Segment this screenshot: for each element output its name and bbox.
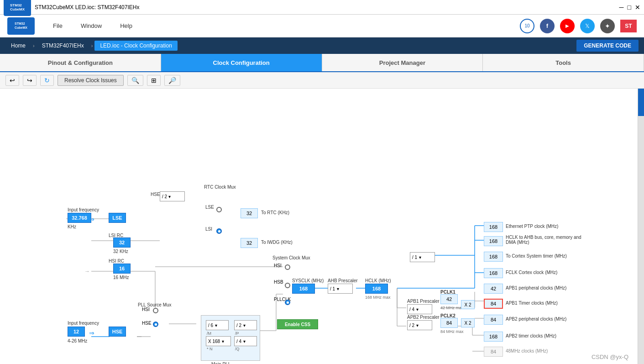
main-pll-block: / 6▾ /M X 168▾ * N / 2▾ /P / 4▾ /Q <box>201 315 260 361</box>
menu-window[interactable]: Window <box>81 22 102 29</box>
undo-button[interactable]: ↩ <box>5 75 19 86</box>
hclk-value[interactable]: 168 <box>365 284 388 294</box>
lse-box[interactable]: LSE <box>109 213 126 223</box>
pclk1-value: 42 <box>440 294 458 304</box>
minimize-btn[interactable]: ─ <box>619 4 624 11</box>
pll-mult-n[interactable]: X 168▾ <box>206 336 231 346</box>
apb2-periph-label: APB2 peripheral clocks (MHz) <box>506 317 566 322</box>
to-rtc-label: To RTC (KHz) <box>261 210 289 215</box>
cortex-timer-label: To Cortex System timer (MHz) <box>506 253 567 258</box>
radio-pllclk[interactable] <box>285 300 290 305</box>
lse-value-box[interactable]: 32.768 <box>68 213 91 223</box>
window-title: STM32CubeMX LED.ioc: STM32F407IEHx <box>35 4 139 11</box>
radio-hse-sys[interactable] <box>285 283 290 288</box>
breadcrumb: Home › STM32F407IEHx › LED.ioc - Clock C… <box>0 37 644 54</box>
lsi-label: 32 KHz <box>113 249 128 254</box>
hse-value[interactable]: 12 <box>68 327 85 337</box>
fit-button[interactable]: ⊞ <box>147 75 161 86</box>
pll-div-p[interactable]: / 2▾ <box>234 320 257 330</box>
pclk2-max: 84 MHz max <box>440 329 464 334</box>
apb2-prescaler[interactable]: / 2▾ <box>407 320 432 330</box>
twitter-icon: 𝕏 <box>580 19 595 33</box>
tab-bar: Pinout & Configuration Clock Configurati… <box>0 54 644 72</box>
refresh-button[interactable]: ↻ <box>40 75 54 86</box>
menu-left: STM32CubeMX File Window Help <box>7 17 132 35</box>
hse-sys-label: HSB <box>274 280 283 285</box>
ahb-label: AHB Prescaler <box>328 278 358 283</box>
pll-div-m[interactable]: / 6▾ <box>206 320 229 330</box>
apb1-timer-value: 84 <box>484 299 503 309</box>
tab-clock[interactable]: Clock Configuration <box>161 54 322 71</box>
clock-diagram: Input frequency 32.768 KHz LSE LSI RC 32… <box>0 89 638 364</box>
sysclk-label: SYSCLK (MHz) <box>292 278 324 283</box>
48mhz-label: 48MHz clocks (MHz) <box>506 348 548 353</box>
youtube-icon: ▶ <box>560 19 575 33</box>
radio-hsi-pll[interactable] <box>153 308 158 313</box>
close-btn[interactable]: ✕ <box>635 4 640 11</box>
fclk-value: 168 <box>484 268 503 278</box>
breadcrumb-current[interactable]: LED.ioc - Clock Configuration <box>94 41 177 51</box>
lse-unit: KHz <box>68 224 76 229</box>
apb2-periph-value: 84 <box>484 315 503 325</box>
hsi-pll-label: HSI <box>142 307 150 312</box>
scrollbar-right[interactable] <box>638 89 644 364</box>
facebook-icon: f <box>540 19 555 33</box>
lse-rtc-label: LSE <box>205 205 214 210</box>
menu-help[interactable]: Help <box>120 22 132 29</box>
breadcrumb-home[interactable]: Home <box>5 41 31 51</box>
tab-project[interactable]: Project Manager <box>322 54 483 71</box>
hsi-sys-label: HSI <box>274 263 282 268</box>
apb2-label: APB2 Prescaler <box>407 315 440 320</box>
rtc-clock-label: RTC Clock Mux <box>204 185 236 190</box>
sysclk-value[interactable]: 168 <box>292 284 315 294</box>
to-iwdg-value: 32 <box>241 238 258 248</box>
window-controls[interactable]: ─ □ ✕ <box>619 4 640 11</box>
zoom-out-button[interactable]: 🔎 <box>164 75 180 86</box>
main-pll-label: Main PLL <box>211 362 230 364</box>
lsi-rtc-label: LSI <box>205 227 212 232</box>
hsi-rc-label: HSI RC <box>109 258 124 264</box>
radio-hsi-sys[interactable] <box>285 264 290 270</box>
apb1-periph-value: 42 <box>484 284 503 294</box>
hsi-value[interactable]: 16 <box>113 264 131 274</box>
app-logo: STM32CubeMX <box>4 0 31 16</box>
radio-lse[interactable] <box>216 207 222 212</box>
main-canvas: Input frequency 32.768 KHz LSE LSI RC 32… <box>0 89 644 364</box>
cortex-div[interactable]: / 1▾ <box>410 252 435 262</box>
fclk-label: FCLK Cortex clock (MHz) <box>506 270 557 275</box>
pll-div-q[interactable]: / 4▾ <box>234 336 257 346</box>
enable-css-button[interactable]: Enable CSS <box>277 319 318 329</box>
cortex-timer-value: 168 <box>484 252 503 262</box>
stm32-logo: STM32CubeMX <box>7 17 35 35</box>
hse-div2-select[interactable]: / 2 ▾ <box>160 191 185 201</box>
toolbar: ↩ ↪ ↻ Resolve Clock Issues 🔍 ⊞ 🔎 <box>0 72 644 89</box>
x2-apb2: X 2 <box>461 318 475 327</box>
zoom-in-button[interactable]: 🔍 <box>127 75 143 86</box>
pclk1-max: 42 MHz max <box>440 306 464 310</box>
scrollbar-thumb[interactable] <box>638 89 644 116</box>
apb1-prescaler[interactable]: / 4▾ <box>407 304 432 314</box>
resolve-clock-button[interactable]: Resolve Clock Issues <box>58 75 124 86</box>
ethernet-ptp-label: Ethernet PTP clock (MHz) <box>506 224 558 229</box>
tab-pinout[interactable]: Pinout & Configuration <box>0 54 161 71</box>
breadcrumb-device[interactable]: STM32F407IEHx <box>37 41 89 51</box>
radio-hse-pll[interactable] <box>153 322 158 327</box>
lse-input-label: Input frequency <box>68 207 99 212</box>
generate-code-button[interactable]: GENERATE CODE <box>576 40 639 52</box>
redo-button[interactable]: ↪ <box>23 75 37 86</box>
hse-box[interactable]: HSE <box>109 327 126 337</box>
lsi-value[interactable]: 32 <box>113 237 131 248</box>
watermark: CSDN @yx-Q <box>592 353 628 360</box>
tab-tools[interactable]: Tools <box>483 54 644 71</box>
to-iwdg-label: To IWDG (KHz) <box>261 240 293 245</box>
network-icon: ✦ <box>600 19 615 33</box>
hsi-arrow: → <box>84 268 90 274</box>
menu-right: 10 f ▶ 𝕏 ✦ ST <box>520 19 637 33</box>
menu-file[interactable]: File <box>53 22 63 29</box>
maximize-btn[interactable]: □ <box>628 4 631 11</box>
apb2-timer-label: APB2 timer clocks (MHz) <box>506 333 556 338</box>
menu-bar: STM32CubeMX File Window Help 10 f ▶ 𝕏 ✦ … <box>0 15 644 37</box>
hse-arrow: ⇒ <box>89 329 94 337</box>
radio-lsi[interactable] <box>216 228 222 234</box>
ahb-prescaler[interactable]: / 1▾ <box>328 284 353 294</box>
